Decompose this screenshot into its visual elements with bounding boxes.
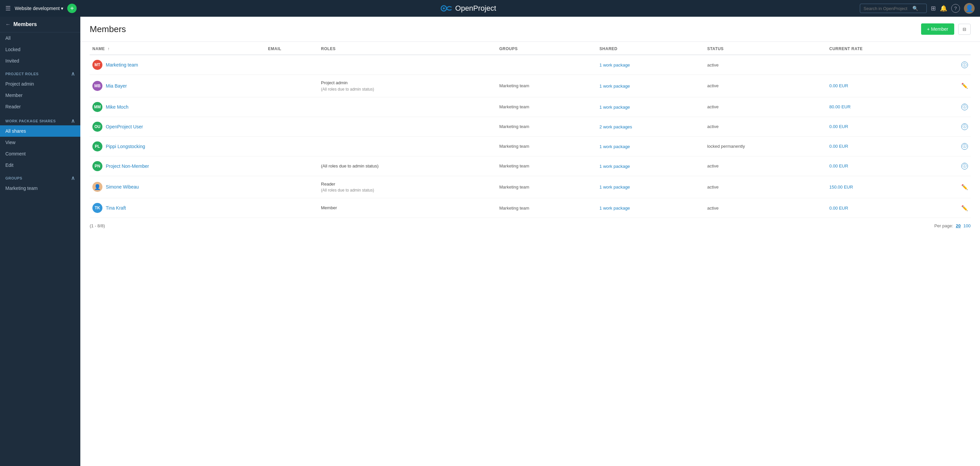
sidebar-item-all-shares[interactable]: All shares — [0, 125, 80, 137]
sidebar-item-project-admin[interactable]: Project admin — [0, 78, 80, 90]
info-icon[interactable]: ⓘ — [961, 143, 968, 150]
member-status: active — [705, 55, 827, 75]
member-roles — [318, 117, 497, 136]
edit-icon[interactable]: ✏️ — [961, 205, 968, 211]
member-name-link[interactable]: Pippi Longstocking — [106, 144, 145, 149]
sidebar-item-invited[interactable]: Invited — [0, 55, 80, 67]
edit-icon[interactable]: ✏️ — [961, 82, 968, 89]
sidebar-title: Members — [13, 21, 37, 27]
app-body: ← Members All Locked Invited PROJECT ROL… — [0, 17, 980, 466]
member-groups: Marketing team — [497, 75, 597, 97]
member-shared[interactable]: 1 work package — [597, 55, 705, 75]
member-shared[interactable]: 1 work package — [597, 75, 705, 97]
member-status: locked permanently — [705, 136, 827, 156]
col-shared: SHARED — [597, 42, 705, 55]
edit-icon[interactable]: ✏️ — [961, 184, 968, 190]
app-logo: OpenProject — [81, 4, 856, 13]
pagination-info: (1 - 8/8) — [90, 223, 105, 228]
member-avatar: PN — [92, 161, 102, 171]
member-rate: 0.00 EUR — [827, 156, 937, 176]
member-rate: 80.00 EUR — [827, 97, 937, 117]
member-status: active — [705, 176, 827, 198]
member-action: ✏️ — [937, 75, 970, 97]
info-icon[interactable]: ⓘ — [961, 62, 968, 68]
per-page-20[interactable]: 20 — [956, 223, 961, 228]
member-groups: Marketing team — [497, 117, 597, 136]
member-shared[interactable]: 1 work package — [597, 136, 705, 156]
search-input[interactable] — [864, 6, 910, 11]
member-name-link[interactable]: Project Non-Member — [106, 163, 149, 169]
member-email — [266, 55, 318, 75]
table-row: MMMike MochMarketing team1 work packagea… — [90, 97, 970, 117]
member-shared[interactable]: 1 work package — [597, 156, 705, 176]
add-member-button[interactable]: + Member — [921, 24, 954, 35]
info-icon[interactable]: ⓘ — [961, 163, 968, 170]
sidebar-item-all[interactable]: All — [0, 32, 80, 44]
member-rate: 0.00 EUR — [827, 75, 937, 97]
member-avatar: PL — [92, 141, 102, 151]
header-actions: + Member ⊟ — [921, 24, 970, 35]
col-status: STATUS — [705, 42, 827, 55]
member-name-cell: TKTina Kraft — [90, 198, 266, 218]
grid-icon[interactable]: ⊞ — [931, 5, 936, 12]
info-icon[interactable]: ⓘ — [961, 124, 968, 130]
member-groups: Marketing team — [497, 176, 597, 198]
member-avatar: MM — [92, 102, 102, 112]
member-roles — [318, 97, 497, 117]
filter-button[interactable]: ⊟ — [958, 24, 970, 35]
member-name-link[interactable]: Tina Kraft — [106, 205, 126, 211]
sidebar: ← Members All Locked Invited PROJECT ROL… — [0, 17, 80, 466]
hamburger-menu[interactable]: ☰ — [5, 5, 11, 12]
member-shared[interactable]: 1 work package — [597, 97, 705, 117]
member-shared[interactable]: 1 work package — [597, 176, 705, 198]
member-name-link[interactable]: Marketing team — [106, 62, 138, 68]
pagination-row: (1 - 8/8) Per page: 20 100 — [80, 218, 980, 234]
member-groups — [497, 55, 597, 75]
sidebar-back[interactable]: ← Members — [0, 17, 80, 32]
member-name-cell: MTMarketing team — [90, 55, 266, 75]
member-email — [266, 75, 318, 97]
section-project-roles: PROJECT ROLES ∧ — [0, 67, 80, 78]
member-name-link[interactable]: OpenProject User — [106, 124, 143, 129]
member-rate: 0.00 EUR — [827, 136, 937, 156]
collapse-project-roles-icon[interactable]: ∧ — [71, 71, 75, 77]
collapse-work-package-icon[interactable]: ∧ — [71, 118, 75, 124]
sidebar-item-label: View — [5, 140, 15, 145]
member-avatar: MB — [92, 81, 102, 91]
sidebar-item-reader[interactable]: Reader — [0, 101, 80, 113]
col-groups: GROUPS — [497, 42, 597, 55]
member-name-link[interactable]: Simone Wibeau — [106, 184, 139, 190]
info-icon[interactable]: ⓘ — [961, 104, 968, 110]
help-icon[interactable]: ? — [951, 4, 960, 13]
sidebar-item-member[interactable]: Member — [0, 90, 80, 101]
search-box[interactable]: 🔍 — [860, 4, 927, 13]
collapse-groups-icon[interactable]: ∧ — [71, 175, 75, 181]
top-navigation: ☰ Website development ▾ + OpenProject 🔍 … — [0, 0, 980, 17]
member-status: active — [705, 156, 827, 176]
member-status: active — [705, 97, 827, 117]
sidebar-item-comment[interactable]: Comment — [0, 148, 80, 160]
bell-icon[interactable]: 🔔 — [940, 5, 947, 12]
user-avatar[interactable]: 👤 — [964, 3, 975, 14]
col-roles: ROLES — [318, 42, 497, 55]
col-name[interactable]: NAME ↑ — [90, 42, 266, 55]
member-name-link[interactable]: Mia Bayer — [106, 83, 127, 89]
member-action: ✏️ — [937, 176, 970, 198]
member-shared[interactable]: 2 work packages — [597, 117, 705, 136]
member-groups: Marketing team — [497, 136, 597, 156]
per-page-100[interactable]: 100 — [963, 223, 970, 228]
table-row: OUOpenProject UserMarketing team2 work p… — [90, 117, 970, 136]
add-button[interactable]: + — [67, 4, 76, 13]
member-name-link[interactable]: Mike Moch — [106, 104, 129, 109]
table-row: 👤Simone WibeauReader(All roles due to ad… — [90, 176, 970, 198]
sidebar-item-view[interactable]: View — [0, 137, 80, 148]
page-title: Members — [90, 24, 126, 35]
sidebar-item-marketing-team[interactable]: Marketing team — [0, 182, 80, 194]
member-shared[interactable]: 1 work package — [597, 198, 705, 218]
member-roles — [318, 136, 497, 156]
member-rate — [827, 55, 937, 75]
section-work-package-shares: WORK PACKAGE SHARES ∧ — [0, 114, 80, 125]
sidebar-item-edit[interactable]: Edit — [0, 160, 80, 171]
sidebar-item-locked[interactable]: Locked — [0, 44, 80, 55]
project-selector[interactable]: Website development ▾ — [15, 6, 63, 11]
